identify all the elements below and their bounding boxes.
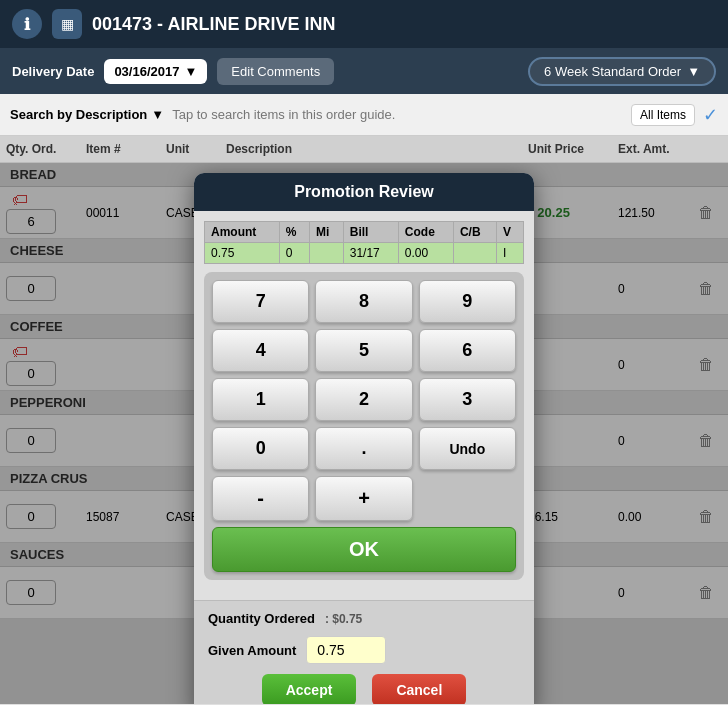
given-amount-row: Given Amount xyxy=(208,636,520,664)
header-description: Description xyxy=(220,140,522,158)
numpad-9[interactable]: 9 xyxy=(419,280,516,323)
promo-pct: 0 xyxy=(279,243,309,264)
header-unit: Unit xyxy=(160,140,220,158)
promo-header-mi: Mi xyxy=(310,222,344,243)
cancel-button[interactable]: Cancel xyxy=(372,674,466,704)
header-ext-amt: Ext. Amt. xyxy=(612,140,692,158)
given-amount-label: Given Amount xyxy=(208,643,296,658)
accept-button[interactable]: Accept xyxy=(262,674,357,704)
promo-v: I xyxy=(497,243,524,264)
numpad-undo[interactable]: Undo xyxy=(419,427,516,470)
qty-ordered-label: Quantity Ordered xyxy=(208,611,315,626)
modal-overlay: Promotion Review Amount % Mi Bill Code C… xyxy=(0,163,728,704)
numpad-8[interactable]: 8 xyxy=(315,280,412,323)
numpad: 7 8 9 4 5 6 1 2 3 0 . Undo - + OK xyxy=(204,272,524,580)
header-item: Item # xyxy=(80,140,160,158)
promo-bill: 31/17 xyxy=(343,243,398,264)
delivery-date-value: 03/16/2017 xyxy=(114,64,179,79)
numpad-ok[interactable]: OK xyxy=(212,527,516,572)
page-title: 001473 - AIRLINE DRIVE INN xyxy=(92,14,716,35)
delivery-date-button[interactable]: 03/16/2017 ▼ xyxy=(104,59,207,84)
numpad-1[interactable]: 1 xyxy=(212,378,309,421)
delivery-label: Delivery Date xyxy=(12,64,94,79)
modal-body: Amount % Mi Bill Code C/B V 0.75 0 xyxy=(194,211,534,600)
search-by-desc-label: Search by Description xyxy=(10,107,147,122)
promo-header-v: V xyxy=(497,222,524,243)
promotion-review-modal: Promotion Review Amount % Mi Bill Code C… xyxy=(194,173,534,704)
numpad-4[interactable]: 4 xyxy=(212,329,309,372)
promo-mi xyxy=(310,243,344,264)
search-bar: Search by Description ▼ All Items ✓ xyxy=(0,94,728,136)
search-by-description-button[interactable]: Search by Description ▼ xyxy=(10,107,164,122)
modal-actions: Accept Cancel xyxy=(208,674,520,704)
numpad-0[interactable]: 0 xyxy=(212,427,309,470)
numpad-7[interactable]: 7 xyxy=(212,280,309,323)
toolbar: Delivery Date 03/16/2017 ▼ Edit Comments… xyxy=(0,48,728,94)
promo-code: 0.00 xyxy=(398,243,453,264)
numpad-3[interactable]: 3 xyxy=(419,378,516,421)
numpad-plus[interactable]: + xyxy=(315,476,412,521)
qty-ordered-row: Quantity Ordered : $0.75 xyxy=(208,611,520,626)
modal-title: Promotion Review xyxy=(194,173,534,211)
numpad-5[interactable]: 5 xyxy=(315,329,412,372)
search-by-desc-chevron: ▼ xyxy=(151,107,164,122)
header-qty: Qty. Ord. xyxy=(0,140,80,158)
order-select-label: 6 Week Standard Order xyxy=(544,64,681,79)
search-confirm-icon[interactable]: ✓ xyxy=(703,104,718,126)
barcode-icon[interactable]: ▦ xyxy=(52,9,82,39)
table-header: Qty. Ord. Item # Unit Description Unit P… xyxy=(0,136,728,163)
promo-header-amount: Amount xyxy=(205,222,280,243)
all-items-button[interactable]: All Items xyxy=(631,104,695,126)
promo-amount: 0.75 xyxy=(205,243,280,264)
promo-header-code: Code xyxy=(398,222,453,243)
numpad-6[interactable]: 6 xyxy=(419,329,516,372)
numpad-2[interactable]: 2 xyxy=(315,378,412,421)
order-select-chevron: ▼ xyxy=(687,64,700,79)
edit-comments-button[interactable]: Edit Comments xyxy=(217,58,334,85)
promo-table: Amount % Mi Bill Code C/B V 0.75 0 xyxy=(204,221,524,264)
qty-ordered-info: : $0.75 xyxy=(325,612,362,626)
promo-header-pct: % xyxy=(279,222,309,243)
order-select-button[interactable]: 6 Week Standard Order ▼ xyxy=(528,57,716,86)
header-delete xyxy=(692,140,728,158)
search-input[interactable] xyxy=(172,107,623,122)
numpad-minus[interactable]: - xyxy=(212,476,309,521)
app-header: ℹ ▦ 001473 - AIRLINE DRIVE INN xyxy=(0,0,728,48)
numpad-decimal[interactable]: . xyxy=(315,427,412,470)
info-icon[interactable]: ℹ xyxy=(12,9,42,39)
delivery-date-chevron: ▼ xyxy=(184,64,197,79)
promo-cb xyxy=(453,243,496,264)
modal-bottom: Quantity Ordered : $0.75 Given Amount Ac… xyxy=(194,600,534,704)
given-amount-input[interactable] xyxy=(306,636,386,664)
main-content: BREAD 🏷 00011 CASE BREAD ITALIAN CHEESE … xyxy=(0,163,728,704)
promo-header-bill: Bill xyxy=(343,222,398,243)
promo-header-cb: C/B xyxy=(453,222,496,243)
header-unit-price: Unit Price xyxy=(522,140,612,158)
